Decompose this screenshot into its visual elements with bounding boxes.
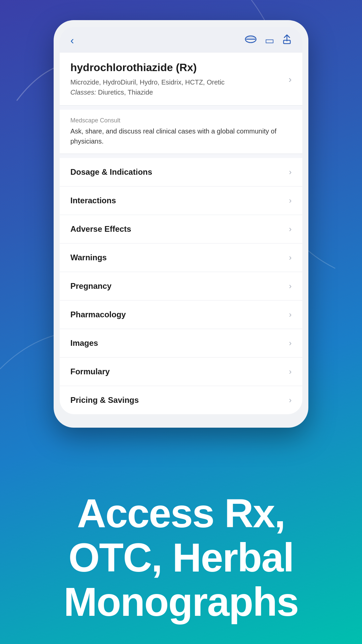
- share-icon[interactable]: [282, 34, 292, 47]
- drug-header: hydrochlorothiazide (Rx) Microzide, Hydr…: [60, 53, 302, 106]
- back-button[interactable]: ‹: [70, 34, 74, 47]
- drug-title: hydrochlorothiazide (Rx): [70, 61, 283, 74]
- consult-section: Medscape Consult Ask, share, and discuss…: [60, 110, 302, 154]
- pill-icon[interactable]: [245, 34, 257, 47]
- menu-label-pharmacology: Pharmacology: [70, 310, 126, 319]
- menu-item-adverse[interactable]: Adverse Effects ›: [60, 215, 302, 244]
- chevron-warnings: ›: [289, 253, 292, 262]
- chevron-pregnancy: ›: [289, 281, 292, 291]
- chevron-dosage: ›: [289, 167, 292, 177]
- menu-item-interactions[interactable]: Interactions ›: [60, 186, 302, 215]
- menu-item-pharmacology[interactable]: Pharmacology ›: [60, 301, 302, 329]
- chevron-interactions: ›: [289, 196, 292, 205]
- menu-item-formulary[interactable]: Formulary ›: [60, 358, 302, 386]
- drug-aliases: Microzide, HydroDiuril, Hydro, Esidrix, …: [70, 77, 283, 87]
- consult-label: Medscape Consult: [70, 117, 292, 124]
- menu-label-dosage: Dosage & Indications: [70, 167, 152, 177]
- menu-label-warnings: Warnings: [70, 253, 107, 262]
- nav-bar: ‹ ▭: [60, 27, 302, 53]
- chevron-formulary: ›: [289, 367, 292, 376]
- menu-label-formulary: Formulary: [70, 367, 110, 376]
- menu-item-warnings[interactable]: Warnings ›: [60, 244, 302, 272]
- chevron-pricing: ›: [289, 395, 292, 405]
- menu-item-pricing[interactable]: Pricing & Savings ›: [60, 386, 302, 414]
- chevron-adverse: ›: [289, 224, 292, 234]
- consult-text: Ask, share, and discuss real clinical ca…: [70, 126, 292, 146]
- menu-label-adverse: Adverse Effects: [70, 224, 131, 234]
- chevron-images: ›: [289, 338, 292, 348]
- menu-label-images: Images: [70, 338, 98, 348]
- menu-label-interactions: Interactions: [70, 196, 116, 205]
- classes-value: Diuretics, Thiazide: [96, 89, 153, 96]
- headline-line3: Monographs: [64, 579, 298, 624]
- menu-item-pregnancy[interactable]: Pregnancy ›: [60, 272, 302, 301]
- menu-item-dosage[interactable]: Dosage & Indications ›: [60, 158, 302, 186]
- phone-frame: ‹ ▭: [54, 20, 308, 428]
- chevron-pharmacology: ›: [289, 310, 292, 319]
- classes-label: Classes:: [70, 89, 96, 96]
- bottom-headline: Access Rx, OTC, Herbal Monographs: [20, 491, 342, 624]
- menu-item-images[interactable]: Images ›: [60, 329, 302, 358]
- bookmark-icon[interactable]: ▭: [265, 35, 274, 46]
- menu-list: Dosage & Indications › Interactions › Ad…: [60, 158, 302, 414]
- drug-classes: Classes: Diuretics, Thiazide: [70, 87, 283, 97]
- headline-line1: Access Rx,: [77, 491, 285, 536]
- drug-header-chevron[interactable]: ›: [289, 74, 292, 85]
- bottom-section: Access Rx, OTC, Herbal Monographs: [0, 491, 362, 624]
- menu-label-pregnancy: Pregnancy: [70, 281, 112, 291]
- menu-label-pricing: Pricing & Savings: [70, 395, 139, 405]
- headline-line2: OTC, Herbal: [68, 535, 293, 580]
